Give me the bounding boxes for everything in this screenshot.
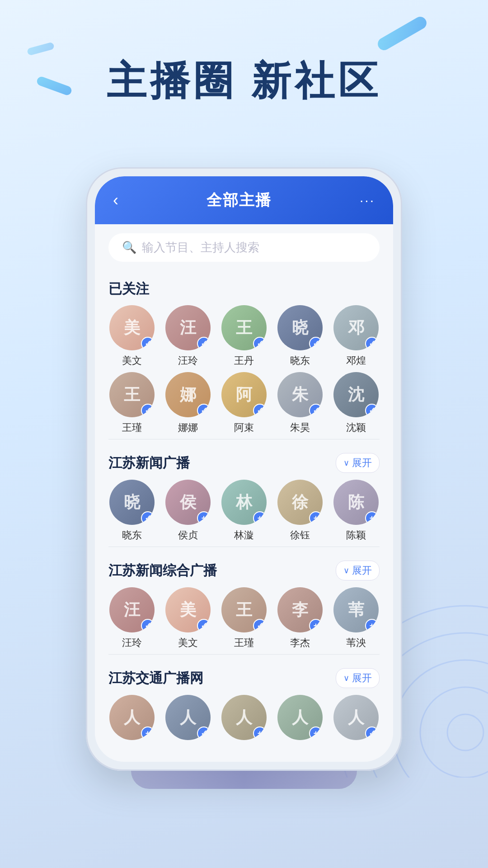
badge-check: ✓ (197, 404, 211, 417)
phone-container: ‹ 全部主播 ··· 🔍 输入节目、主持人搜索 已关注 (86, 167, 402, 789)
avatar-item-jt4[interactable]: 人 + (277, 695, 324, 744)
avatar-item-jt5[interactable]: 人 ✓ (333, 695, 380, 744)
expand-zonghe-label: 展开 (352, 564, 372, 577)
badge-plus: + (197, 511, 211, 525)
badge-plus: + (309, 619, 323, 632)
avatar-zhuhao: 朱 ✓ (277, 372, 323, 417)
chevron-down-icon-2: ∨ (343, 566, 349, 576)
search-bar: 🔍 输入节目、主持人搜索 (95, 224, 393, 271)
section-jiaotong-header: 江苏交通广播网 ∨ 展开 (108, 659, 380, 695)
avatar-item-linxuan[interactable]: 林 + 林漩 (221, 480, 267, 542)
avatar-xuyu: 徐 + (277, 480, 323, 525)
avatar-item-zhuhao[interactable]: 朱 ✓ 朱昊 (277, 372, 324, 434)
nav-title: 全部主播 (206, 190, 272, 211)
phone-screen: ‹ 全部主播 ··· 🔍 输入节目、主持人搜索 已关注 (95, 176, 393, 762)
section-followed-title: 已关注 (108, 280, 149, 298)
avatar-name-nana: 娜娜 (178, 421, 198, 434)
badge-plus: + (365, 511, 379, 525)
avatar-name-wangdan: 王丹 (234, 354, 254, 368)
badge-plus: + (365, 619, 379, 632)
avatar-item-xiaodong[interactable]: 晓 ✓ 晓东 (277, 305, 324, 368)
avatar-name-wangling: 汪玲 (178, 354, 198, 368)
avatar-item-wangdan[interactable]: 王 ✓ 王丹 (221, 305, 267, 368)
avatar-item-lijie[interactable]: 李 + 李杰 (277, 587, 324, 650)
avatar-item-wl2[interactable]: 汪 ✓ 汪玲 (108, 587, 155, 650)
avatar-name-lijie: 李杰 (290, 636, 310, 650)
avatar-wl2: 汪 ✓ (109, 587, 155, 632)
avatar-wj2: 王 ✓ (221, 587, 267, 632)
search-icon: 🔍 (122, 241, 136, 255)
section-zonghe: 江苏新闻综合广播 ∨ 展开 汪 ✓ 汪玲 (108, 552, 380, 650)
avatar-name-xd2: 晓东 (122, 528, 142, 542)
avatar-name-linxuan: 林漩 (234, 528, 254, 542)
badge-check: ✓ (141, 511, 155, 525)
svg-point-4 (447, 714, 483, 750)
avatar-item-jt2[interactable]: 人 ✓ (164, 695, 211, 744)
avatar-wangjin: 王 ✓ (109, 372, 155, 417)
avatar-xd2: 晓 ✓ (109, 480, 155, 525)
avatar-item-nana[interactable]: 娜 ✓ 娜娜 (164, 372, 211, 434)
avatar-item-xuyu[interactable]: 徐 + 徐钰 (277, 480, 324, 542)
more-button[interactable]: ··· (360, 193, 375, 208)
avatar-item-weijue[interactable]: 苇 + 苇泱 (333, 587, 380, 650)
avatar-item-jt1[interactable]: 人 + (108, 695, 155, 744)
avatar-item-chenying[interactable]: 陈 + 陈颖 (333, 480, 380, 542)
badge-plus: + (141, 726, 155, 740)
avatar-name-houzhen: 侯贞 (178, 528, 198, 542)
back-button[interactable]: ‹ (113, 191, 118, 210)
expand-jiaotong-button[interactable]: ∨ 展开 (336, 668, 380, 688)
avatar-item-denghuang[interactable]: 邓 ✓ 邓煌 (333, 305, 380, 368)
section-news-header: 江苏新闻广播 ∨ 展开 (108, 444, 380, 480)
avatar-mw2: 美 ✓ (165, 587, 211, 632)
avatar-item-mw2[interactable]: 美 ✓ 美文 (164, 587, 211, 650)
avatar-item-ashu[interactable]: 阿 ✓ 阿束 (221, 372, 267, 434)
news-row-1: 晓 ✓ 晓东 侯 + 侯贞 (108, 480, 380, 542)
badge-check: ✓ (141, 337, 155, 350)
avatar-item-meiwen[interactable]: 美 ✓ 美文 (108, 305, 155, 368)
avatar-jt2: 人 ✓ (165, 695, 211, 740)
avatar-item-xd2[interactable]: 晓 ✓ 晓东 (108, 480, 155, 542)
expand-zonghe-button[interactable]: ∨ 展开 (336, 561, 380, 580)
avatar-item-wj2[interactable]: 王 ✓ 王瑾 (221, 587, 267, 650)
section-zonghe-title: 江苏新闻综合广播 (108, 561, 217, 580)
badge-check: ✓ (365, 337, 379, 350)
badge-check: ✓ (141, 404, 155, 417)
avatar-name-wangjin: 王瑾 (122, 421, 142, 434)
divider-2 (108, 547, 380, 547)
followed-row-1: 美 ✓ 美文 汪 ✓ 汪玲 (108, 305, 380, 368)
divider-1 (108, 439, 380, 439)
badge-check: ✓ (253, 337, 267, 350)
avatar-name-ashu: 阿束 (234, 421, 254, 434)
avatar-houzhen: 侯 + (165, 480, 211, 525)
chevron-down-icon-3: ∨ (343, 673, 349, 683)
zonghe-row-1: 汪 ✓ 汪玲 美 ✓ 美文 (108, 587, 380, 650)
search-input-wrap[interactable]: 🔍 输入节目、主持人搜索 (108, 233, 380, 262)
avatar-name-wj2: 王瑾 (234, 636, 254, 650)
avatar-item-houzhen[interactable]: 侯 + 侯贞 (164, 480, 211, 542)
avatar-name-weijue: 苇泱 (346, 636, 366, 650)
avatar-name-denghuang: 邓煌 (346, 354, 366, 368)
search-placeholder: 输入节目、主持人搜索 (142, 240, 259, 255)
avatar-item-wangling[interactable]: 汪 ✓ 汪玲 (164, 305, 211, 368)
badge-check: ✓ (197, 337, 211, 350)
bg-decoration-1 (375, 14, 429, 52)
section-jiaotong-title: 江苏交通广播网 (108, 669, 203, 688)
avatar-meiwen: 美 ✓ (109, 305, 155, 350)
avatar-name-xiaodong: 晓东 (290, 354, 310, 368)
svg-point-2 (393, 660, 488, 778)
header-area: 主播圈 新社区 (0, 54, 488, 108)
avatar-item-wangjin[interactable]: 王 ✓ 王瑾 (108, 372, 155, 434)
phone-base (131, 771, 357, 789)
avatar-name-mw2: 美文 (178, 636, 198, 650)
avatar-nana: 娜 ✓ (165, 372, 211, 417)
avatar-xiaodong: 晓 ✓ (277, 305, 323, 350)
divider-3 (108, 654, 380, 655)
avatar-name-wl2: 汪玲 (122, 636, 142, 650)
avatar-item-jt3[interactable]: 人 + (221, 695, 267, 744)
avatar-name-xuyu: 徐钰 (290, 528, 310, 542)
top-navigation-bar: ‹ 全部主播 ··· (95, 176, 393, 224)
badge-plus: + (253, 726, 267, 740)
avatar-item-shenying[interactable]: 沈 ✓ 沈颖 (333, 372, 380, 434)
badge-check: ✓ (365, 404, 379, 417)
expand-news-button[interactable]: ∨ 展开 (336, 453, 380, 473)
